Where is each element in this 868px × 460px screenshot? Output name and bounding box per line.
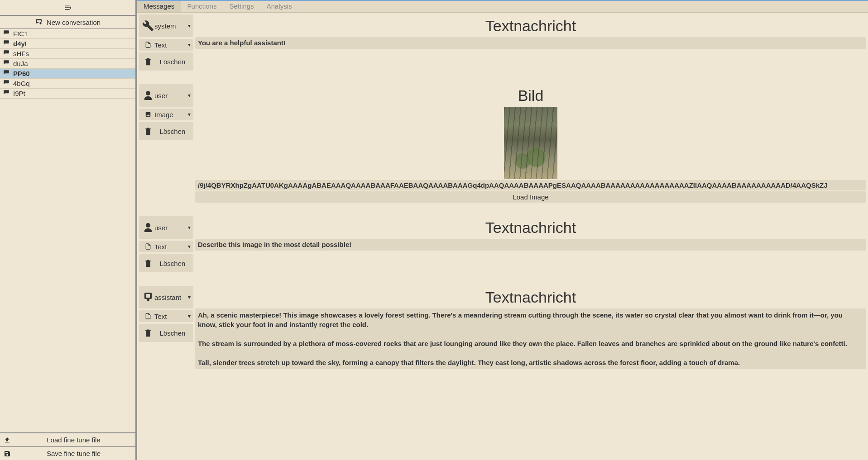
chevron-down-icon: ▾	[188, 23, 191, 29]
type-label: Text	[154, 313, 188, 320]
message-controls: system▾Text▾Löschen	[139, 14, 193, 71]
delete-button[interactable]: Löschen	[139, 52, 193, 71]
message-controls: assistant▾Text▾Löschen	[139, 286, 193, 369]
save-finetune-button[interactable]: Save fine tune file	[0, 446, 135, 460]
sidebar-footer: Load fine tune file Save fine tune file	[0, 432, 135, 460]
chevron-down-icon: ▾	[188, 313, 191, 319]
chevron-down-icon: ▾	[188, 243, 191, 250]
type-icon	[142, 313, 154, 320]
conversation-item[interactable]: I9Pt	[0, 89, 135, 99]
role-label: user	[154, 224, 188, 232]
chevron-down-icon: ▾	[188, 224, 191, 231]
message-body: TextnachrichtDescribe this image in the …	[195, 216, 866, 272]
new-conversation-button[interactable]: New conversation	[0, 15, 135, 29]
tab-settings[interactable]: Settings	[223, 1, 260, 12]
tab-messages[interactable]: Messages	[137, 1, 181, 12]
message-title: Bild	[195, 84, 866, 107]
sidebar: New conversation FtC1d4yIsHFsduJaPP604bG…	[0, 0, 137, 460]
type-label: Image	[154, 111, 188, 119]
type-icon	[142, 243, 154, 250]
message-controls: user▾Text▾Löschen	[139, 216, 193, 272]
conversation-item[interactable]: duJa	[0, 59, 135, 69]
conversation-list: FtC1d4yIsHFsduJaPP604bGqI9Pt	[0, 29, 135, 432]
image-preview	[504, 107, 557, 179]
menu-collapse-icon	[63, 4, 73, 12]
chat-icon	[3, 50, 10, 57]
role-select[interactable]: system▾	[139, 14, 193, 37]
main-panel: MessagesFunctionsSettingsAnalysis system…	[137, 0, 868, 460]
tab-bar: MessagesFunctionsSettingsAnalysis	[137, 0, 868, 13]
chat-icon	[3, 30, 10, 38]
conversation-label: PP60	[13, 70, 30, 77]
type-select[interactable]: Image▾	[139, 109, 193, 120]
chat-icon	[3, 40, 10, 47]
message-row: assistant▾Text▾LöschenTextnachrichtAh, a…	[139, 286, 866, 369]
chevron-down-icon: ▾	[188, 92, 191, 99]
delete-button[interactable]: Löschen	[139, 324, 193, 342]
role-icon	[142, 291, 154, 304]
conversation-item[interactable]: d4yI	[0, 39, 135, 49]
tab-analysis[interactable]: Analysis	[260, 1, 298, 12]
type-label: Text	[154, 243, 188, 251]
conversation-label: d4yI	[13, 40, 27, 47]
role-icon	[142, 89, 154, 102]
chevron-down-icon: ▾	[188, 42, 191, 48]
delete-label: Löschen	[154, 329, 191, 337]
chat-icon	[3, 60, 10, 67]
message-text[interactable]: You are a helpful assistant!	[195, 37, 866, 49]
base64-input[interactable]: /9j/4QBYRXhpZgAATU0AKgAAAAgABAEAAAQAAAAB…	[195, 180, 866, 190]
message-text[interactable]: Describe this image in the most detail p…	[195, 239, 866, 251]
conversation-item[interactable]: sHFs	[0, 49, 135, 59]
trash-icon	[142, 258, 154, 268]
role-icon	[142, 20, 154, 32]
role-select[interactable]: assistant▾	[139, 286, 193, 308]
messages-content: system▾Text▾LöschenTextnachrichtYou are …	[137, 13, 868, 460]
conversation-item[interactable]: PP60	[0, 69, 135, 79]
load-image-button[interactable]: Load Image	[195, 191, 866, 203]
chat-icon	[3, 80, 10, 87]
message-body: Bild/9j/4QBYRXhpZgAATU0AKgAAAAgABAEAAAQA…	[195, 84, 866, 203]
message-body: TextnachrichtYou are a helpful assistant…	[195, 14, 866, 71]
trash-icon	[142, 126, 154, 136]
message-controls: user▾Image▾Löschen	[139, 84, 193, 203]
conversation-item[interactable]: 4bGq	[0, 79, 135, 89]
conversation-item[interactable]: FtC1	[0, 29, 135, 39]
sidebar-collapse-button[interactable]	[0, 0, 135, 15]
save-finetune-label: Save fine tune file	[15, 450, 132, 457]
chat-icon	[3, 70, 10, 77]
upload-icon	[4, 436, 11, 444]
message-body: TextnachrichtAh, a scenic masterpiece! T…	[195, 286, 866, 369]
chevron-down-icon: ▾	[188, 294, 191, 300]
role-select[interactable]: user▾	[139, 216, 193, 239]
type-select[interactable]: Text▾	[139, 310, 193, 322]
load-finetune-button[interactable]: Load fine tune file	[0, 433, 135, 446]
load-finetune-label: Load fine tune file	[15, 436, 132, 444]
trash-icon	[142, 57, 154, 66]
conversation-label: sHFs	[13, 50, 29, 57]
type-select[interactable]: Text▾	[139, 241, 193, 252]
role-select[interactable]: user▾	[139, 84, 193, 107]
type-select[interactable]: Text▾	[139, 39, 193, 51]
delete-button[interactable]: Löschen	[139, 254, 193, 272]
message-row: user▾Text▾LöschenTextnachrichtDescribe t…	[139, 216, 866, 272]
save-icon	[4, 450, 11, 457]
message-text[interactable]: Ah, a scenic masterpiece! This image sho…	[195, 308, 866, 369]
message-title: Textnachricht	[195, 216, 866, 239]
delete-label: Löschen	[154, 260, 191, 267]
conversation-label: FtC1	[13, 30, 28, 38]
trash-icon	[142, 328, 154, 338]
conversation-label: I9Pt	[13, 90, 25, 97]
tab-functions[interactable]: Functions	[181, 1, 223, 12]
new-conversation-label: New conversation	[47, 19, 101, 26]
type-icon	[142, 111, 154, 118]
role-label: system	[154, 22, 188, 30]
message-title: Textnachricht	[195, 14, 866, 37]
type-label: Text	[154, 41, 188, 49]
message-row: system▾Text▾LöschenTextnachrichtYou are …	[139, 14, 866, 71]
conversation-label: 4bGq	[13, 80, 30, 87]
role-label: user	[154, 92, 188, 100]
delete-label: Löschen	[154, 58, 191, 66]
role-icon	[142, 221, 154, 234]
chevron-down-icon: ▾	[188, 111, 191, 118]
delete-button[interactable]: Löschen	[139, 122, 193, 140]
